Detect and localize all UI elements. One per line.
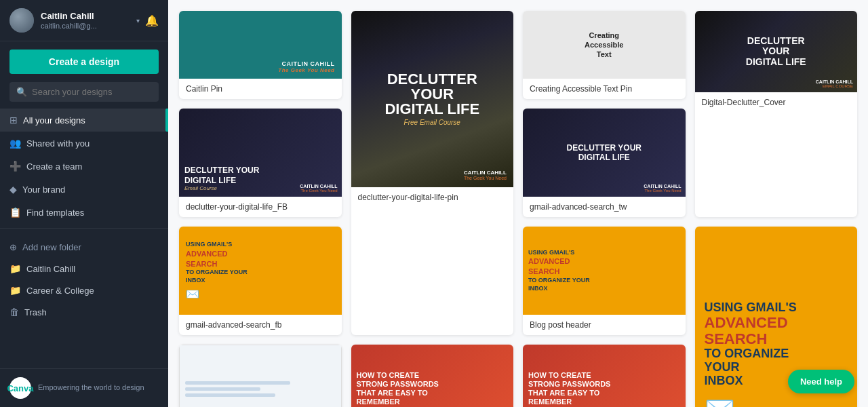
thumb-accessible: CreatingAccessibleText <box>523 11 686 79</box>
nav-item-find-templates[interactable]: 📋 Find templates <box>0 201 168 224</box>
card-label-gmail-fb: gmail-advanced-search_fb <box>179 315 342 335</box>
design-card-accessible[interactable]: CreatingAccessibleText Creating Accessib… <box>523 11 686 99</box>
folder-icon-career: 📁 <box>9 285 21 296</box>
need-help-button[interactable]: Need help <box>788 370 854 393</box>
sidebar-header: Caitlin Cahill caitlin.cahill@g... ▾ 🔔 <box>0 0 168 41</box>
design-card-password-tw[interactable]: HOW TO CREATESTRONG PASSWORDSTHAT ARE EA… <box>523 345 686 407</box>
thumb-digital-cover: DECLUTTERYOURDIGITAL LIFE CAITLIN CAHILL… <box>695 11 858 92</box>
notification-icon[interactable]: 🔔 <box>145 14 159 27</box>
search-input[interactable] <box>32 87 152 97</box>
folder-item-caitlin[interactable]: 📁 Caitlin Cahill <box>0 258 168 279</box>
trash-icon: 🗑 <box>9 307 19 317</box>
thumb-blogpost: Text & Documents <box>179 345 342 407</box>
nav-label-shared: Shared with you <box>26 138 90 149</box>
thumb-caitlin-pin: CAITLIN CAHILL The Geek You Need <box>179 11 342 79</box>
card-label-digital-cover: Digital-Declutter_Cover <box>695 92 858 113</box>
card-label-declutter-big: declutter-your-digital-life-pin <box>351 187 514 208</box>
user-info: Caitlin Cahill caitlin.cahill@g... <box>41 11 134 30</box>
canva-logo: Canva <box>9 377 31 399</box>
design-card-gmail-fb[interactable]: USING GMAIL'SADVANCEDSEARCHTO ORGANIZE Y… <box>179 227 342 335</box>
nav-label-your-brand: Your brand <box>22 185 65 195</box>
nav-label-all-designs: All your designs <box>23 115 85 125</box>
card-label-declutter-fb: declutter-your-digital-life_FB <box>179 197 342 217</box>
card-label-declutter-tw: gmail-advanced-search_tw <box>523 197 686 217</box>
nav-label-create-team: Create a team <box>26 161 82 172</box>
design-card-caitlin-pin[interactable]: CAITLIN CAHILL The Geek You Need Caitlin… <box>179 11 342 99</box>
folder-item-career[interactable]: 📁 Career & College <box>0 279 168 301</box>
thumb-password-tw: HOW TO CREATESTRONG PASSWORDSTHAT ARE EA… <box>523 345 686 407</box>
template-icon: 📋 <box>9 207 21 218</box>
thumb-declutter-tw: DECLUTTER YOURDIGITAL LIFE CAITLIN CAHIL… <box>523 109 686 197</box>
search-box: 🔍 <box>9 82 159 102</box>
dropdown-arrow-icon[interactable]: ▾ <box>136 17 140 24</box>
thumb-declutter-fb: DECLUTTER YOURDIGITAL LIFE Email Course … <box>179 109 342 197</box>
nav-label-find-templates: Find templates <box>26 208 84 218</box>
user-email: caitlin.cahill@g... <box>41 22 134 30</box>
thumb-gmail-tw: USING GMAIL'SADVANCEDSEARCHTO ORGANIZE Y… <box>523 227 686 315</box>
brand-icon: ◆ <box>9 184 17 195</box>
sidebar-footer: Canva Empowering the world to design <box>0 368 168 407</box>
card-label-gmail-tw: Blog post header <box>523 315 686 335</box>
folder-label-caitlin: Caitlin Cahill <box>26 264 75 274</box>
nav-divider <box>0 228 168 229</box>
design-card-declutter-fb[interactable]: DECLUTTER YOURDIGITAL LIFE Email Course … <box>179 109 342 217</box>
thumb-declutter-big: DECLUTTERYOURDIGITAL LIFE Free Email Cou… <box>351 11 514 187</box>
grid-icon: ⊞ <box>9 115 18 125</box>
designs-grid: CAITLIN CAHILL The Geek You Need Caitlin… <box>179 11 857 407</box>
footer-tagline: Empowering the world to design <box>38 383 144 393</box>
nav-item-your-brand[interactable]: ◆ Your brand <box>0 178 168 201</box>
design-card-blogpost[interactable]: Text & Documents Blog post header <box>179 345 342 407</box>
user-name: Caitlin Cahill <box>41 11 134 21</box>
folder-item-trash[interactable]: 🗑 Trash <box>0 301 168 323</box>
nav-item-create-team[interactable]: ➕ Create a team <box>0 155 168 178</box>
nav-section: ⊞ All your designs 👥 Shared with you ➕ C… <box>0 109 168 368</box>
folder-label-trash: Trash <box>24 307 47 317</box>
folder-icon-caitlin: 📁 <box>9 263 21 274</box>
add-folder-label: Add new folder <box>22 242 81 252</box>
thumb-gmail-fb: USING GMAIL'SADVANCEDSEARCHTO ORGANIZE Y… <box>179 227 342 315</box>
share-icon: 👥 <box>9 138 21 149</box>
design-card-password-fb[interactable]: HOW TO CREATESTRONG PASSWORDSTHAT ARE EA… <box>351 345 514 407</box>
design-card-declutter-big[interactable]: DECLUTTERYOURDIGITAL LIFE Free Email Cou… <box>351 11 514 335</box>
create-design-button[interactable]: Create a design <box>9 50 159 74</box>
folder-section: ⊕ Add new folder 📁 Caitlin Cahill 📁 Care… <box>0 233 168 327</box>
design-card-gmail-tw[interactable]: USING GMAIL'SADVANCEDSEARCHTO ORGANIZE Y… <box>523 227 686 335</box>
nav-item-shared[interactable]: 👥 Shared with you <box>0 132 168 155</box>
add-folder-button[interactable]: ⊕ Add new folder <box>0 237 168 258</box>
folder-label-career: Career & College <box>26 286 94 296</box>
thumb-password-red: HOW TO CREATESTRONG PASSWORDSTHAT ARE EA… <box>351 345 514 407</box>
team-icon: ➕ <box>9 161 21 172</box>
card-label-caitlin-pin: Caitlin Pin <box>179 79 342 99</box>
add-folder-icon: ⊕ <box>9 242 17 252</box>
card-label-accessible: Creating Accessible Text Pin <box>523 79 686 99</box>
nav-item-all-designs[interactable]: ⊞ All your designs <box>0 109 168 132</box>
search-icon: 🔍 <box>16 87 27 97</box>
sidebar: Caitlin Cahill caitlin.cahill@g... ▾ 🔔 C… <box>0 0 168 407</box>
avatar <box>9 8 34 33</box>
main-content: CAITLIN CAHILL The Geek You Need Caitlin… <box>168 0 868 407</box>
design-card-digital-cover[interactable]: DECLUTTERYOURDIGITAL LIFE CAITLIN CAHILL… <box>695 11 858 217</box>
design-card-declutter-tw[interactable]: DECLUTTER YOURDIGITAL LIFE CAITLIN CAHIL… <box>523 109 686 217</box>
